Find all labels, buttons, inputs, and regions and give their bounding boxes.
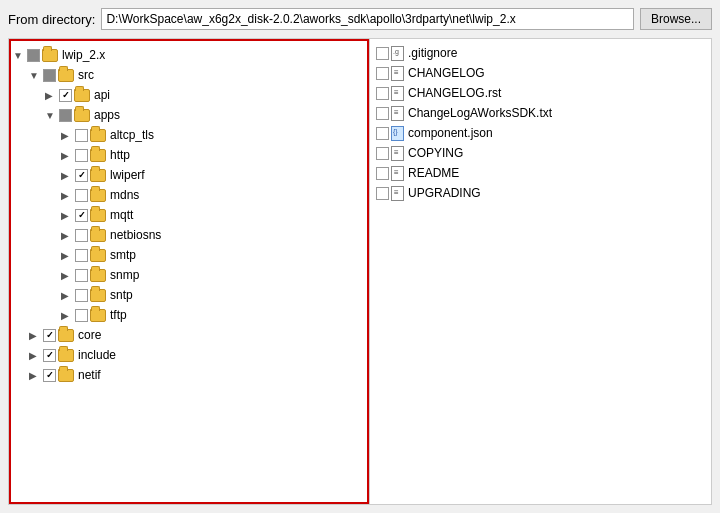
label-mdns: mdns bbox=[110, 188, 139, 202]
file-row-changelogaworks[interactable]: ChangeLogAWorksSDK.txt bbox=[370, 103, 711, 123]
checkbox-src[interactable] bbox=[43, 69, 56, 82]
checkbox-lwiperf[interactable] bbox=[75, 169, 88, 182]
tree-node-netbiosns[interactable]: netbiosns bbox=[11, 225, 367, 245]
tree-node-mdns[interactable]: mdns bbox=[11, 185, 367, 205]
tree-node-sntp[interactable]: sntp bbox=[11, 285, 367, 305]
file-row-gitignore[interactable]: .gitignore bbox=[370, 43, 711, 63]
label-changelog: CHANGELOG bbox=[408, 66, 485, 80]
file-icon-readme bbox=[391, 166, 404, 181]
checkbox-changelog-rst[interactable] bbox=[376, 87, 389, 100]
file-row-changelog-rst[interactable]: CHANGELOG.rst bbox=[370, 83, 711, 103]
checkbox-copying[interactable] bbox=[376, 147, 389, 160]
tree-node-lwip2x[interactable]: lwip_2.x bbox=[11, 45, 367, 65]
folder-icon-http bbox=[90, 149, 106, 162]
checkbox-api[interactable] bbox=[59, 89, 72, 102]
label-apps: apps bbox=[94, 108, 120, 122]
label-changelogaworks: ChangeLogAWorksSDK.txt bbox=[408, 106, 552, 120]
checkbox-core[interactable] bbox=[43, 329, 56, 342]
label-snmp: snmp bbox=[110, 268, 139, 282]
tree-node-apps[interactable]: apps bbox=[11, 105, 367, 125]
tree-node-include[interactable]: include bbox=[11, 345, 367, 365]
arrow-netbiosns bbox=[61, 230, 75, 241]
label-readme: README bbox=[408, 166, 459, 180]
file-row-readme[interactable]: README bbox=[370, 163, 711, 183]
checkbox-snmp[interactable] bbox=[75, 269, 88, 282]
right-panel: .gitignore CHANGELOG CHANGELOG.rst Chang… bbox=[369, 39, 711, 504]
tree-node-core[interactable]: core bbox=[11, 325, 367, 345]
browse-button[interactable]: Browse... bbox=[640, 8, 712, 30]
folder-icon-smtp bbox=[90, 249, 106, 262]
label-http: http bbox=[110, 148, 130, 162]
folder-icon-core bbox=[58, 329, 74, 342]
file-icon-upgrading bbox=[391, 186, 404, 201]
arrow-mqtt bbox=[61, 210, 75, 221]
checkbox-tftp[interactable] bbox=[75, 309, 88, 322]
file-row-component-json[interactable]: component.json bbox=[370, 123, 711, 143]
file-row-upgrading[interactable]: UPGRADING bbox=[370, 183, 711, 203]
arrow-altcp-tls bbox=[61, 130, 75, 141]
arrow-netif bbox=[29, 370, 43, 381]
label-copying: COPYING bbox=[408, 146, 463, 160]
tree-node-snmp[interactable]: snmp bbox=[11, 265, 367, 285]
top-bar: From directory: Browse... bbox=[8, 8, 712, 30]
tree-node-http[interactable]: http bbox=[11, 145, 367, 165]
checkbox-mqtt[interactable] bbox=[75, 209, 88, 222]
checkbox-mdns[interactable] bbox=[75, 189, 88, 202]
arrow-src bbox=[29, 70, 43, 81]
label-upgrading: UPGRADING bbox=[408, 186, 481, 200]
tree-node-tftp[interactable]: tftp bbox=[11, 305, 367, 325]
checkbox-gitignore[interactable] bbox=[376, 47, 389, 60]
label-mqtt: mqtt bbox=[110, 208, 133, 222]
file-row-changelog[interactable]: CHANGELOG bbox=[370, 63, 711, 83]
arrow-snmp bbox=[61, 270, 75, 281]
file-icon-changelog bbox=[391, 66, 404, 81]
folder-icon-mqtt bbox=[90, 209, 106, 222]
label-sntp: sntp bbox=[110, 288, 133, 302]
checkbox-http[interactable] bbox=[75, 149, 88, 162]
tree-node-smtp[interactable]: smtp bbox=[11, 245, 367, 265]
tree-node-netif[interactable]: netif bbox=[11, 365, 367, 385]
label-include: include bbox=[78, 348, 116, 362]
label-netif: netif bbox=[78, 368, 101, 382]
label-gitignore: .gitignore bbox=[408, 46, 457, 60]
arrow-tftp bbox=[61, 310, 75, 321]
label-netbiosns: netbiosns bbox=[110, 228, 161, 242]
file-icon-component-json bbox=[391, 126, 404, 141]
arrow-sntp bbox=[61, 290, 75, 301]
checkbox-smtp[interactable] bbox=[75, 249, 88, 262]
label-altcp-tls: altcp_tls bbox=[110, 128, 154, 142]
checkbox-netif[interactable] bbox=[43, 369, 56, 382]
arrow-core bbox=[29, 330, 43, 341]
tree-node-src[interactable]: src bbox=[11, 65, 367, 85]
folder-icon-lwip2x bbox=[42, 49, 58, 62]
file-icon-changelogaworks bbox=[391, 106, 404, 121]
folder-icon-include bbox=[58, 349, 74, 362]
checkbox-changelogaworks[interactable] bbox=[376, 107, 389, 120]
tree-node-api[interactable]: api bbox=[11, 85, 367, 105]
tree-node-altcp-tls[interactable]: altcp_tls bbox=[11, 125, 367, 145]
label-smtp: smtp bbox=[110, 248, 136, 262]
arrow-http bbox=[61, 150, 75, 161]
label-src: src bbox=[78, 68, 94, 82]
arrow-smtp bbox=[61, 250, 75, 261]
folder-icon-sntp bbox=[90, 289, 106, 302]
checkbox-include[interactable] bbox=[43, 349, 56, 362]
file-icon-gitignore bbox=[391, 46, 404, 61]
file-row-copying[interactable]: COPYING bbox=[370, 143, 711, 163]
checkbox-netbiosns[interactable] bbox=[75, 229, 88, 242]
checkbox-readme[interactable] bbox=[376, 167, 389, 180]
folder-icon-lwiperf bbox=[90, 169, 106, 182]
tree-node-mqtt[interactable]: mqtt bbox=[11, 205, 367, 225]
checkbox-component-json[interactable] bbox=[376, 127, 389, 140]
checkbox-sntp[interactable] bbox=[75, 289, 88, 302]
tree-node-lwiperf[interactable]: lwiperf bbox=[11, 165, 367, 185]
directory-input[interactable] bbox=[101, 8, 634, 30]
folder-icon-api bbox=[74, 89, 90, 102]
checkbox-apps[interactable] bbox=[59, 109, 72, 122]
label-lwip2x: lwip_2.x bbox=[62, 48, 105, 62]
checkbox-upgrading[interactable] bbox=[376, 187, 389, 200]
folder-icon-snmp bbox=[90, 269, 106, 282]
checkbox-changelog[interactable] bbox=[376, 67, 389, 80]
checkbox-altcp-tls[interactable] bbox=[75, 129, 88, 142]
checkbox-lwip2x[interactable] bbox=[27, 49, 40, 62]
